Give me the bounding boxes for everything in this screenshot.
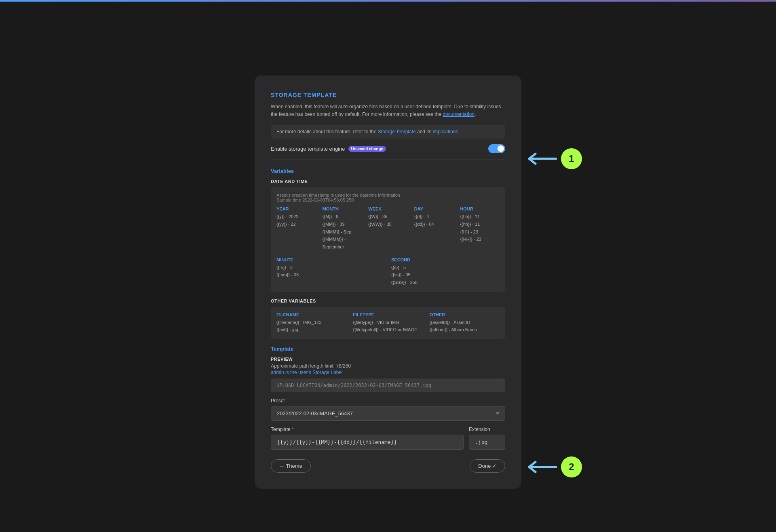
date-time-grid: YEAR {{y}} - 2022 {{yy}} - 22 MONTH {{M}… [276, 206, 500, 286]
filetype-item-2: {{filetypefull}} - VIDEO or IMAGE [353, 326, 423, 334]
annotation-2-circle: 2 [561, 456, 582, 477]
annotation-1-circle: 1 [561, 148, 582, 169]
month-item-4: {{MMMM}} - September [323, 236, 362, 250]
other-col: OTHER {{assetId}} - Asset ID {{album}} -… [430, 312, 500, 334]
month-item-1: {{M}} - 9 [323, 213, 362, 221]
annotation-2: 2 [525, 456, 582, 477]
month-item-3: {{MMM}} - Sep [323, 228, 362, 236]
day-item-1: {{d}} - 4 [414, 213, 454, 221]
filename-item-1: {{filename}} - IMG_123 [276, 319, 346, 326]
date-time-info: Asset's creation timestamp is used for t… [276, 193, 500, 202]
week-item-1: {{W}} - 35 [368, 213, 408, 221]
extension-wrapper: Extension [469, 427, 505, 450]
other-vars-subsection-title: OTHER VARIABLES [271, 299, 505, 303]
day-item-2: {{dd}} - 04 [414, 221, 454, 228]
modal-container: STORAGE TEMPLATE When enabled, this feat… [255, 76, 521, 489]
arrow-2-icon [525, 458, 558, 476]
required-marker: * [292, 427, 294, 432]
top-bar [0, 0, 776, 2]
second-item-1: {{s}} - 5 [391, 264, 500, 271]
second-item-3: {{SSS}} - 250 [391, 279, 500, 286]
preset-select[interactable]: 2022/2022-02-03/IMAGE_56437 [271, 406, 505, 421]
other-item-1: {{assetId}} - Asset ID [430, 319, 500, 326]
modal-description: When enabled, this feature will auto-org… [271, 103, 505, 118]
storage-template-link[interactable]: Storage Template [378, 129, 416, 135]
second-label: SECOND [391, 257, 500, 262]
week-item-2: {{WW}} - 35 [368, 221, 408, 228]
year-label: YEAR [276, 206, 316, 211]
filetype-col: FILETYPE {{filetype}} - VID or IMG {{fil… [353, 312, 423, 334]
template-field-label: Template * [271, 427, 464, 432]
admin-user-label: admin [271, 370, 284, 375]
minute-label: MINUTE [276, 257, 385, 262]
date-time-subsection-title: DATE AND TIME [271, 179, 505, 184]
other-vars-grid: FILENAME {{filename}} - IMG_123 {{ext}} … [276, 312, 500, 334]
page-wrapper: STORAGE TEMPLATE When enabled, this feat… [8, 16, 768, 532]
documentation-link[interactable]: documentation [443, 111, 474, 117]
day-label: DAY [414, 206, 454, 211]
second-col: SECOND {{s}} - 5 {{ss}} - 05 {{SSS}} - 2… [391, 257, 500, 286]
month-col: MONTH {{M}} - 9 {{MM}} - 09 {{MMM}} - Se… [323, 206, 362, 250]
hour-item-3: {{H}} - 23 [460, 228, 500, 236]
date-time-box: Asset's creation timestamp is used for t… [271, 187, 505, 292]
hour-col: HOUR {{hh}} - 11 {{hh}} - 11 {{H}} - 23 … [460, 206, 500, 250]
month-item-2: {{MM}} - 09 [323, 221, 362, 228]
done-button[interactable]: Done ✓ [470, 459, 505, 473]
unsaved-badge: Unsaved change [348, 146, 386, 152]
footer-row: ← Theme Done ✓ [271, 459, 505, 473]
template-input[interactable] [271, 435, 464, 450]
hour-label: HOUR [460, 206, 500, 211]
template-row: Template * Extension [271, 427, 505, 450]
theme-button[interactable]: ← Theme [271, 459, 311, 473]
year-item-2: {{yy}} - 22 [276, 221, 316, 228]
week-col: WEEK {{W}} - 35 {{WW}} - 35 [368, 206, 408, 250]
other-item-2: {{album}} - Album Name [430, 326, 500, 334]
storage-label-info: admin is the user's Storage Label [271, 370, 505, 375]
toggle-label: Enable storage template engine Unsaved c… [271, 146, 386, 152]
other-label: OTHER [430, 312, 500, 317]
template-section: Template PREVIEW Approximate path length… [271, 346, 505, 450]
preview-label: PREVIEW [271, 357, 505, 362]
template-section-title: Template [271, 346, 505, 352]
filename-col: FILENAME {{filename}} - IMG_123 {{ext}} … [276, 312, 346, 334]
year-item-1: {{y}} - 2022 [276, 213, 316, 221]
path-length-info: Approximate path length limit: 78/260 [271, 363, 505, 369]
minute-col: MINUTE {{m}} - 3 {{mm}} - 03 [276, 257, 385, 286]
implications-link[interactable]: implications [433, 129, 458, 135]
info-box: For more details about this feature, ref… [271, 125, 505, 139]
variables-section-title: Variables [271, 168, 505, 174]
enable-storage-toggle[interactable] [488, 144, 505, 153]
extension-input[interactable] [469, 435, 505, 450]
filename-label: FILENAME [276, 312, 346, 317]
hour-item-1: {{hh}} - 11 [460, 213, 500, 221]
extension-field-label: Extension [469, 427, 505, 432]
filename-item-2: {{ext}} - jpg [276, 326, 346, 334]
arrow-1-icon [525, 150, 558, 168]
minute-item-1: {{m}} - 3 [276, 264, 385, 271]
toggle-row: Enable storage template engine Unsaved c… [271, 144, 505, 160]
minute-item-2: {{mm}} - 03 [276, 271, 385, 279]
preview-path: UPLOAD_LOCATION/admin/2022/2022-02-03/IM… [271, 378, 505, 392]
hour-item-2: {{hh}} - 11 [460, 221, 500, 228]
template-input-wrapper: Template * [271, 427, 464, 450]
year-col: YEAR {{y}} - 2022 {{yy}} - 22 [276, 206, 316, 250]
month-label: MONTH [323, 206, 362, 211]
filetype-label: FILETYPE [353, 312, 423, 317]
week-label: WEEK [368, 206, 408, 211]
preset-field-label: Preset [271, 398, 505, 404]
hour-item-4: {{HH}} - 23 [460, 236, 500, 243]
second-item-2: {{ss}} - 05 [391, 271, 500, 279]
annotation-1: 1 [525, 148, 582, 169]
other-vars-box: FILENAME {{filename}} - IMG_123 {{ext}} … [271, 307, 505, 339]
filetype-item-1: {{filetype}} - VID or IMG [353, 319, 423, 326]
day-col: DAY {{d}} - 4 {{dd}} - 04 [414, 206, 454, 250]
modal-title: STORAGE TEMPLATE [271, 92, 505, 98]
